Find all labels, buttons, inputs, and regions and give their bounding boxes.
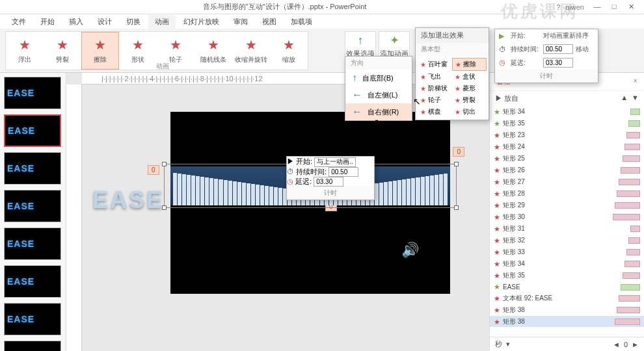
animation-list-item[interactable]: ★文本框 92: EASE [490,292,644,304]
animation-list[interactable]: ★矩形 34★矩形 35★矩形 23★矩形 24★矩形 25★矩形 26★矩形 … [490,106,644,327]
animation-list-item[interactable]: ★矩形 31 [490,223,644,235]
star-icon: ★ [494,213,500,222]
tab-文件[interactable]: 文件 [5,15,33,29]
animation-list-item[interactable]: ★矩形 28 [490,188,644,200]
arrow-icon: ← [352,89,362,101]
timing-panel: ▶ 开始: 对动画重新排序 ⏱ 持续时间: 移动 ◷ 延迟: 计时 [494,29,598,83]
clock-icon: ⏱ [287,168,294,176]
duration-input[interactable] [543,44,573,54]
star-icon: ★ [494,248,500,257]
slide-thumb[interactable]: EASE [4,114,61,147]
exit-effect-item[interactable]: ★切出 [452,106,487,118]
tab-开始[interactable]: 开始 [34,15,61,29]
gallery-item[interactable]: ★擦除 [81,32,119,70]
animation-list-item[interactable]: ★矩形 27 [490,176,644,188]
gallery-item[interactable]: ★劈裂 [44,32,81,70]
move-down-icon[interactable]: ▼ [632,94,639,103]
delay-icon: ◷ [287,177,293,185]
tab-审阅[interactable]: 审阅 [227,15,254,29]
slide-canvas[interactable]: 0 0 🔊 [170,112,450,294]
tab-加载项[interactable]: 加载项 [284,15,319,29]
animation-list-item[interactable]: ★矩形 29 [490,200,644,211]
close-button[interactable]: ✕ [623,3,639,11]
pane-close-icon[interactable]: × [634,77,637,86]
star-icon: ★ [494,120,500,128]
play-icon: ▶ [287,157,294,165]
tab-切换[interactable]: 切换 [120,15,147,29]
tab-插入[interactable]: 插入 [62,15,90,29]
animation-list-item[interactable]: ★矩形 23 [490,129,644,141]
exit-effect-item[interactable]: ★轮子 [418,94,452,106]
animation-list-item[interactable]: ★矩形 26 [490,164,644,176]
start-input[interactable] [314,157,356,167]
animation-list-item[interactable]: ★矩形 35 [490,270,644,281]
star-icon: ★ [170,37,181,53]
slide-thumb[interactable]: EASE [4,265,61,298]
anim-tag[interactable]: 0 [148,165,159,175]
gallery-item[interactable]: ★形状 [119,32,157,70]
direction-item[interactable]: ←自左侧(L) [345,86,412,103]
delay-input[interactable] [543,58,573,68]
star-icon: ★ [494,225,500,233]
gallery-item[interactable]: ★收缩并旋转 [232,32,270,70]
animation-list-item[interactable]: ★矩形 30 [490,211,644,223]
animation-list-item[interactable]: ★矩形 38 [490,316,644,327]
animation-list-item[interactable]: ★矩形 33 [490,246,644,258]
animation-list-item[interactable]: ★矩形 34 [490,258,644,270]
animation-list-item[interactable]: ★矩形 34 [490,106,644,118]
play-icon: ▶ [499,32,508,40]
restore-button[interactable]: □ [606,3,622,11]
exit-effect-item[interactable]: ★百叶窗 [418,58,452,71]
duration-input[interactable] [329,167,358,177]
exit-effect-item[interactable]: ★劈裂 [452,94,487,106]
exit-effect-item[interactable]: ★棋盘 [418,106,452,118]
popup-title: 添加退出效果 [416,28,489,43]
star-icon: ★ [283,37,295,53]
exit-effect-item[interactable]: ★盒状 [452,71,487,83]
animation-list-item[interactable]: ★EASE [490,281,644,292]
star-icon: ★ [494,294,500,303]
exit-effect-item[interactable]: ★阶梯状 [418,83,452,94]
exit-effect-item[interactable]: ★擦除 [452,58,487,71]
slide-thumb[interactable]: EASE [4,303,61,335]
star-icon: ★ [494,318,500,326]
animation-list-item[interactable]: ★矩形 38 [490,304,644,316]
tab-视图[interactable]: 视图 [256,15,283,29]
move-up-icon[interactable]: ▲ [621,94,628,103]
duration-label: 持续时间: [296,168,327,176]
zoom-in-icon[interactable]: ► [632,341,639,348]
delay-input[interactable] [314,177,343,187]
direction-header: 方向 [345,57,412,70]
direction-item[interactable]: ↑自底部(B) [345,70,412,86]
minimize-button[interactable]: — [589,3,605,11]
speaker-icon[interactable]: 🔊 [401,242,419,259]
play-from-button[interactable]: ▶ 放自 [495,94,518,103]
star-icon: ★ [245,37,257,53]
exit-effect-item[interactable]: ★菱形 [452,83,487,94]
gallery-item[interactable]: ★随机线条 [195,32,232,70]
slide-thumbnails[interactable]: EASEEASEEASEEASEEASEEASEEASEEASE [0,73,66,351]
star-icon: ★ [494,143,500,151]
animation-list-item[interactable]: ★矩形 25 [490,153,644,164]
slide-thumb[interactable]: EASE [4,228,61,260]
tab-幻灯片放映[interactable]: 幻灯片放映 [177,15,226,29]
ribbon-group-label: 动画 [156,62,169,71]
animation-list-item[interactable]: ★矩形 35 [490,118,644,129]
workspace: EASEEASEEASEEASEEASEEASEEASEEASE |·|·|·|… [0,73,644,351]
slide-thumb[interactable]: EASE [4,341,61,351]
zoom-out-icon[interactable]: ◄ [613,341,620,348]
anim-tag[interactable]: 0 [453,147,464,157]
animation-list-item[interactable]: ★矩形 24 [490,141,644,153]
slide-thumb[interactable]: EASE [4,190,61,222]
exit-effect-item[interactable]: ★飞出 [418,71,452,83]
tab-设计[interactable]: 设计 [91,15,118,29]
gallery-item[interactable]: ★缩放 [270,32,308,70]
star-icon: ★ [494,190,500,198]
gallery-item[interactable]: ★浮出 [6,32,44,70]
slide-thumb[interactable]: EASE [4,77,61,109]
star-icon: ★ [494,166,500,175]
direction-popup: 方向 ↑自底部(B)←自左侧(L)←自右侧(R) [345,56,412,121]
animation-list-item[interactable]: ★矩形 32 [490,235,644,246]
tab-动画[interactable]: 动画 [148,15,176,29]
slide-thumb[interactable]: EASE [4,152,61,185]
